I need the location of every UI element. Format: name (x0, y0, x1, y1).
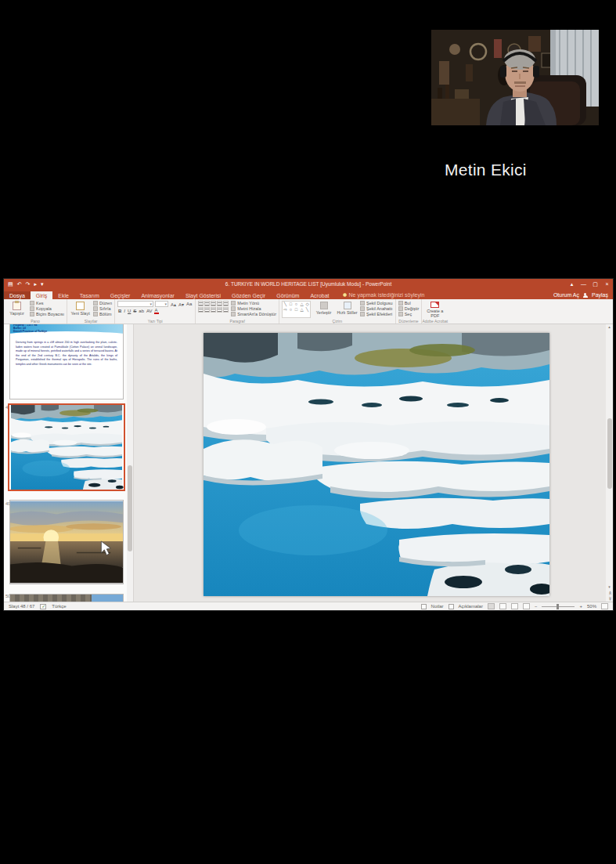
section-button[interactable]: Bölüm (93, 312, 112, 316)
grow-font-button[interactable]: A▴ (170, 302, 177, 307)
reading-view-button[interactable] (511, 603, 518, 609)
bullets-icon[interactable] (198, 301, 204, 306)
increase-indent-icon[interactable] (217, 301, 222, 306)
thumbnail-scrollbar-thumb[interactable] (128, 465, 132, 551)
line-shape-icon[interactable]: ╲ (304, 307, 310, 313)
slide-indicator[interactable]: Slayt 48 / 67 (9, 604, 34, 609)
format-painter-button[interactable]: Biçim Boyacısı (30, 312, 64, 316)
shape-effects-button[interactable]: Şekil Efektleri (360, 312, 393, 316)
align-right-icon[interactable] (211, 307, 216, 313)
scroll-down-icon[interactable]: ▾ (607, 585, 612, 590)
tab-giris[interactable]: Giriş (31, 291, 52, 299)
font-color-button[interactable]: A (154, 308, 159, 314)
tab-tasarim[interactable]: Tasarım (74, 291, 105, 299)
comments-toggle[interactable]: Açıklamalar (459, 604, 483, 609)
customize-qat-icon[interactable]: ▾ (41, 279, 44, 289)
zoom-in-button[interactable]: + (579, 604, 582, 609)
tell-me-box[interactable]: Ne yapmak istediğinizi söyleyin (343, 292, 425, 299)
canvas-scrollbar[interactable]: ▴ ▾ ≪ ≫ (606, 324, 613, 602)
triangle-shape-icon[interactable]: △ (299, 307, 304, 313)
restore-icon[interactable]: ▢ (589, 279, 601, 289)
participant-video-tile[interactable] (431, 30, 599, 125)
save-icon[interactable]: ▤ (8, 279, 13, 289)
oval-shape-icon[interactable]: ○ (288, 307, 294, 313)
share-button[interactable]: Paylaş (592, 292, 608, 298)
canvas-scrollbar-thumb[interactable] (607, 418, 612, 489)
slide-sorter-view-button[interactable] (499, 603, 506, 609)
line-spacing-icon[interactable] (223, 301, 229, 306)
replace-button[interactable]: Değiştir (398, 306, 420, 311)
previous-slide-button[interactable]: ≪ (607, 591, 612, 596)
triangle-shape-icon[interactable]: △ (299, 302, 304, 307)
shrink-font-button[interactable]: A▾ (178, 302, 185, 307)
new-slide-button[interactable]: Yeni Slayt (70, 301, 91, 318)
slideshow-view-button[interactable] (523, 603, 530, 609)
language-indicator[interactable]: Türkçe (52, 604, 66, 609)
next-slide-button[interactable]: ≫ (607, 596, 612, 602)
oval-shape-icon[interactable]: ○ (294, 302, 299, 307)
start-from-beginning-icon[interactable]: ▸ (34, 279, 37, 289)
layout-button[interactable]: Düzen (93, 301, 112, 305)
columns-icon[interactable] (223, 307, 229, 313)
font-size-combo[interactable]: ▾ (155, 301, 168, 307)
create-pdf-button[interactable]: Create a PDF (424, 301, 445, 318)
rect-shape-icon[interactable]: □ (288, 302, 294, 307)
align-text-button[interactable]: Metni Hizala (231, 306, 276, 311)
spell-check-icon[interactable] (40, 604, 46, 609)
zoom-slider-thumb[interactable] (557, 604, 559, 609)
scroll-up-icon[interactable]: ▴ (607, 325, 612, 330)
cut-button[interactable]: Kes (30, 301, 64, 305)
select-button[interactable]: Seç (398, 312, 420, 316)
numbering-icon[interactable] (204, 301, 210, 306)
thumbnail-slide-48-selected[interactable] (8, 403, 125, 491)
decrease-indent-icon[interactable] (211, 301, 216, 306)
thumbnail-slide-49[interactable] (9, 500, 124, 584)
find-button[interactable]: Bul (398, 301, 420, 305)
thumbnail-panel-scrollbar[interactable] (127, 324, 133, 602)
change-case-button[interactable]: Aa (186, 302, 193, 306)
underline-button[interactable]: U (127, 309, 131, 313)
tab-slayt-gosterisi[interactable]: Slayt Gösterisi (180, 291, 226, 299)
strikethrough-button[interactable]: S (132, 309, 137, 313)
undo-icon[interactable]: ↶ (17, 279, 22, 289)
zoom-slider[interactable] (542, 606, 575, 607)
reset-button[interactable]: Sıfırla (93, 306, 112, 311)
bold-button[interactable]: B (117, 309, 122, 313)
line-shape-icon[interactable]: ╲ (283, 302, 288, 307)
shape-fill-button[interactable]: Şekil Dolgusu (360, 301, 393, 305)
tab-dosya[interactable]: Dosya (4, 291, 31, 299)
smartart-button[interactable]: SmartArt'a Dönüştür (231, 312, 276, 316)
tab-ekle[interactable]: Ekle (52, 291, 74, 299)
zoom-out-button[interactable]: − (535, 604, 538, 609)
rect-shape-icon[interactable]: □ (294, 307, 299, 313)
tab-animasyonlar[interactable]: Animasyonlar (135, 291, 179, 299)
shape-outline-button[interactable]: Şekil Anahattı (360, 306, 393, 311)
minimize-icon[interactable]: — (578, 279, 589, 289)
diamond-shape-icon[interactable]: ◇ (304, 302, 310, 307)
arrow-shape-icon[interactable]: ⇨ (283, 307, 288, 313)
slide-canvas[interactable]: ▴ ▾ ≪ ≫ (134, 324, 613, 602)
tab-gorunum[interactable]: Görünüm (271, 291, 304, 299)
align-center-icon[interactable] (204, 307, 210, 313)
text-shadow-button[interactable]: ab (138, 309, 145, 313)
tab-acrobat[interactable]: Acrobat (304, 291, 334, 299)
current-slide[interactable] (204, 333, 549, 596)
copy-button[interactable]: Kopyala (30, 306, 64, 311)
notes-toggle[interactable]: Notlar (431, 604, 444, 609)
shapes-gallery[interactable]: ╲ □ ○ △ ◇ ⇨ ○ □ △ ╲ (282, 301, 311, 318)
thumbnail-slide-47[interactable]: Date of Inscription: 1988 Criteria: (iii… (9, 324, 124, 399)
tab-gecisler[interactable]: Geçişler (105, 291, 136, 299)
tab-gozden-gecir[interactable]: Gözden Geçir (226, 291, 271, 299)
zoom-level[interactable]: 50% (587, 604, 596, 609)
close-icon[interactable]: × (601, 279, 613, 289)
quick-styles-button[interactable]: Hızlı Stiller (337, 301, 358, 318)
sign-in-button[interactable]: Oturum Aç (553, 292, 579, 298)
thumbnail-slide-50[interactable] (9, 594, 124, 602)
ribbon-display-options-icon[interactable]: ▴ (566, 279, 578, 289)
normal-view-button[interactable] (488, 603, 495, 609)
paste-button[interactable]: Yapıştır (6, 301, 27, 318)
fit-to-window-button[interactable] (601, 603, 608, 609)
redo-icon[interactable]: ↷ (26, 279, 31, 289)
character-spacing-button[interactable]: AV (146, 309, 153, 313)
align-left-icon[interactable] (198, 307, 204, 313)
